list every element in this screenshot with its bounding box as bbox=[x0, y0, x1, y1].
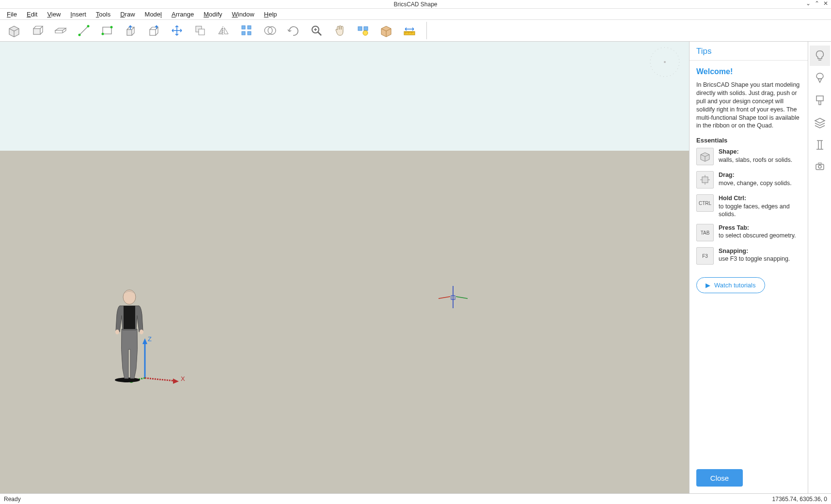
shape-icon bbox=[696, 148, 714, 165]
slab-tool-icon[interactable] bbox=[52, 22, 69, 39]
menu-insert[interactable]: Insert bbox=[66, 10, 90, 19]
measure-tool-icon[interactable] bbox=[401, 22, 418, 39]
menu-model[interactable]: Model bbox=[141, 10, 166, 19]
tips-welcome-heading: Welcome! bbox=[696, 67, 801, 76]
f3-key-icon: F3 bbox=[696, 247, 714, 265]
shape-tool-icon[interactable] bbox=[6, 22, 22, 39]
tips-essentials-heading: Essentials bbox=[696, 137, 801, 144]
copy-tool-icon[interactable] bbox=[192, 22, 208, 39]
menu-file[interactable]: File bbox=[3, 10, 21, 19]
essential-item-shape: Shape:walls, slabs, roofs or solids. bbox=[696, 148, 801, 165]
window-controls: ⌄ ⌃ ✕ bbox=[806, 0, 828, 7]
svg-point-16 bbox=[268, 27, 276, 34]
menu-view[interactable]: View bbox=[43, 10, 64, 19]
structure-tab-icon[interactable] bbox=[810, 135, 830, 155]
render-tab-icon[interactable] bbox=[810, 157, 830, 177]
menu-draw[interactable]: Draw bbox=[116, 10, 139, 19]
status-left: Ready bbox=[4, 496, 21, 503]
side-rail bbox=[808, 42, 831, 493]
menu-help[interactable]: Help bbox=[260, 10, 281, 19]
svg-point-3 bbox=[87, 25, 90, 28]
drag-icon bbox=[696, 171, 714, 189]
minimize-button[interactable]: ⌄ bbox=[806, 0, 811, 7]
svg-line-31 bbox=[439, 297, 450, 299]
move-tool-icon[interactable] bbox=[169, 22, 185, 39]
maximize-button[interactable]: ⌃ bbox=[815, 0, 819, 7]
viewport-3d[interactable]: Z X bbox=[0, 42, 689, 493]
svg-rect-0 bbox=[33, 29, 40, 34]
axis-x-label: X bbox=[181, 375, 185, 382]
svg-rect-45 bbox=[702, 177, 708, 183]
main-toolbar bbox=[0, 19, 831, 42]
svg-point-6 bbox=[110, 26, 113, 29]
tab-key-icon: TAB bbox=[696, 224, 714, 241]
svg-rect-10 bbox=[199, 29, 204, 35]
svg-rect-7 bbox=[127, 30, 132, 35]
layers-tool-icon[interactable] bbox=[355, 22, 371, 39]
pan-tool-icon[interactable] bbox=[331, 22, 348, 39]
zoom-tool-icon[interactable] bbox=[308, 22, 325, 39]
pushpull-tool-icon[interactable] bbox=[122, 22, 139, 39]
title-bar: BricsCAD Shape ⌄ ⌃ ✕ bbox=[0, 0, 831, 9]
tips-panel-body: Welcome! In BricsCAD Shape you start mod… bbox=[690, 61, 808, 463]
menu-edit[interactable]: Edit bbox=[23, 10, 41, 19]
svg-rect-20 bbox=[364, 27, 368, 31]
essential-item-drag: Drag:move, change, copy solids. bbox=[696, 171, 801, 189]
sky-background bbox=[0, 42, 689, 151]
svg-point-51 bbox=[818, 165, 821, 168]
svg-rect-13 bbox=[242, 32, 245, 35]
menu-modify[interactable]: Modify bbox=[200, 10, 226, 19]
svg-point-42 bbox=[123, 290, 136, 304]
watch-tutorials-button[interactable]: ▶ Watch tutorials bbox=[696, 277, 765, 293]
boolean-tool-icon[interactable] bbox=[262, 22, 278, 39]
styles-tab-icon[interactable] bbox=[810, 90, 830, 110]
essential-item-ctrl: CTRL Hold Ctrl:to toggle faces, edges an… bbox=[696, 194, 801, 218]
menu-arrange[interactable]: Arrange bbox=[168, 10, 198, 19]
svg-rect-34 bbox=[451, 296, 455, 299]
menu-tools[interactable]: Tools bbox=[92, 10, 114, 19]
tips-intro-text: In BricsCAD Shape you start modeling dir… bbox=[696, 81, 801, 130]
svg-rect-52 bbox=[818, 163, 821, 164]
status-coords: 17365.74, 6305.36, 0 bbox=[772, 496, 827, 503]
crosshair-cursor bbox=[434, 284, 472, 313]
svg-rect-14 bbox=[248, 32, 251, 35]
rotate-tool-icon[interactable] bbox=[285, 22, 301, 39]
menu-bar: File Edit View Insert Tools Draw Model A… bbox=[0, 9, 831, 19]
svg-point-44 bbox=[140, 330, 143, 334]
line-tool-icon[interactable] bbox=[76, 22, 92, 39]
svg-point-21 bbox=[363, 31, 368, 35]
menu-window[interactable]: Window bbox=[228, 10, 258, 19]
svg-rect-19 bbox=[358, 27, 362, 31]
svg-line-32 bbox=[456, 297, 468, 299]
tips-panel: Tips Welcome! In BricsCAD Shape you star… bbox=[689, 42, 808, 493]
svg-line-18 bbox=[318, 32, 321, 35]
reference-person-figure bbox=[109, 286, 155, 381]
svg-rect-11 bbox=[242, 26, 245, 29]
content-area: Z X Tips Welcome! bbox=[0, 42, 831, 493]
svg-rect-4 bbox=[103, 27, 111, 34]
box-tool-icon[interactable] bbox=[29, 22, 46, 39]
svg-point-5 bbox=[102, 33, 104, 35]
svg-line-1 bbox=[79, 26, 88, 35]
svg-point-43 bbox=[115, 330, 119, 334]
mirror-tool-icon[interactable] bbox=[215, 22, 232, 39]
play-icon: ▶ bbox=[706, 282, 710, 289]
close-window-button[interactable]: ✕ bbox=[823, 0, 828, 7]
svg-rect-8 bbox=[150, 30, 156, 35]
layers-tab-icon[interactable] bbox=[810, 112, 830, 133]
rect-tool-icon[interactable] bbox=[99, 22, 115, 39]
svg-point-30 bbox=[664, 61, 666, 63]
svg-rect-12 bbox=[248, 26, 251, 29]
toolbar-separator bbox=[426, 22, 427, 39]
extrude-tool-icon[interactable] bbox=[145, 22, 162, 39]
array-tool-icon[interactable] bbox=[238, 22, 255, 39]
tips-close-button[interactable]: Close bbox=[696, 469, 743, 487]
materials-tool-icon[interactable] bbox=[378, 22, 394, 39]
ctrl-key-icon: CTRL bbox=[696, 194, 714, 212]
svg-point-47 bbox=[816, 73, 823, 79]
app-title: BricsCAD Shape bbox=[393, 1, 437, 8]
tips-tab-icon[interactable] bbox=[810, 46, 830, 66]
svg-rect-49 bbox=[816, 96, 823, 101]
balloon-tab-icon[interactable] bbox=[810, 68, 830, 88]
view-compass[interactable] bbox=[649, 47, 680, 78]
